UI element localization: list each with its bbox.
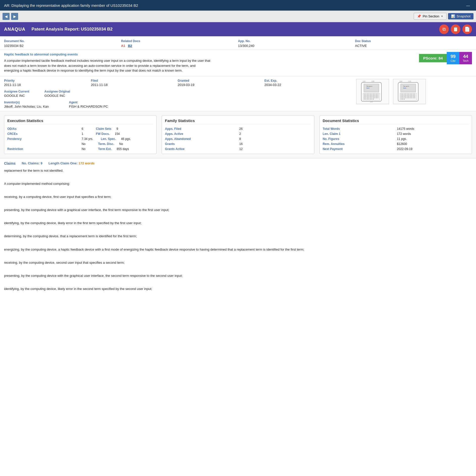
execution-stats-card: Execution Statistics OD/As 6 Claim Sets … [4,115,157,154]
abstract-text: A computer-implemented tactile feedback … [4,58,211,73]
pin-section-label: Pin Section [423,14,439,18]
svg-point-50 [369,99,369,100]
grants-value: 16 [239,142,311,146]
filed-value: 2011-11-18 [91,83,177,87]
svg-point-62 [401,94,402,95]
svg-point-47 [364,99,365,100]
granted-label: Granted [178,79,264,82]
claim-line-5: receiving, by a computing device, first … [4,194,472,200]
svg-point-94 [404,98,405,98]
claims-header: Claims No. Claims: 9 Length Claim One: 1… [4,161,472,165]
stat-restriction-value: No [82,147,85,151]
cite-badge: 99 Cite [447,52,459,64]
pin-section-button[interactable]: 📌 Pin Section ▼ [414,13,447,20]
svg-point-28 [366,96,366,97]
minimize-btn[interactable]: — [464,3,472,8]
svg-point-100 [413,98,414,98]
svg-point-97 [408,98,409,98]
no-figures-label: No. Figures [323,137,395,141]
related-docs-value: A1 B2 [121,44,238,48]
stat-claimsets-label: Claim Sets [96,127,111,131]
svg-point-88 [410,96,411,97]
a1-link[interactable]: A1 [121,44,125,48]
svg-point-66 [407,94,408,95]
agent-value: FISH & RICHARDSON PC [69,105,108,108]
claim-line-4 [4,188,472,193]
svg-point-91 [414,96,415,97]
svg-point-87 [408,96,409,97]
stat-crces-value: 1 [82,132,83,136]
svg-point-41 [370,98,371,98]
tech-label: Tech [462,59,469,62]
svg-point-102 [401,99,402,100]
forward-button[interactable]: ▶ [11,13,18,20]
svg-point-7 [364,94,365,95]
svg-point-42 [372,98,372,98]
svg-point-76 [407,95,408,96]
claim-line-17: presenting, by the computing device with… [4,273,472,279]
svg-point-83 [402,96,403,97]
svg-point-78 [410,95,411,96]
svg-point-72 [401,95,402,96]
svg-point-98 [410,98,411,98]
stat-termdisc-label: Term. Disc. [98,142,114,146]
doc-no-col: Document No. 10235034 B2 [4,39,121,48]
title-bar-controls: — [464,3,472,8]
claim-line-9: identifying, by the computing device, li… [4,220,472,226]
stat-termext-value: 855 days [117,147,129,151]
granted-value: 2019-03-19 [178,83,264,87]
stat-odas-label: OD/As [7,127,79,131]
back-button[interactable]: ◀ [3,13,10,20]
abstract-title: Haptic feedback to abnormal computing ev… [4,52,472,56]
apps-active-value: 2 [239,132,311,136]
pscore-area: PScore: 84 99 Cite 44 Tech [419,52,472,64]
no-figures-value: 11 pgs. [397,137,469,141]
svg-point-80 [413,95,414,96]
stat-pendency-value: 7.34 yrs. [82,137,93,141]
doc-status-label: Doc Status [355,39,472,43]
no-claims-label: No. Claims: [22,161,40,165]
device-image-2: 104 110 The rain in Spain [393,79,426,104]
app-no-col: App. No. 13/300,240 [238,39,355,48]
svg-point-19 [367,95,368,96]
b2-link[interactable]: B2 [128,44,132,48]
svg-point-79 [411,95,412,96]
est-exp-label: Est. Exp. [264,79,351,82]
claims-text: replacement for the term is not identifi… [4,168,472,292]
svg-point-64 [404,94,405,95]
header-bar: ANAQUA Patent Analysis Report: US1023503… [0,22,476,36]
execution-stats-grid: OD/As 6 Claim Sets 9 CRCEs 1 FW Docs. 15… [7,127,153,151]
svg-point-31 [370,96,371,97]
next-payment-label: Next Payment [323,147,395,151]
svg-point-24 [375,95,375,96]
svg-point-51 [370,99,371,100]
agent-label: Agent [69,101,108,104]
svg-point-85 [405,96,406,97]
svg-text:104: 104 [399,80,402,82]
document-stats-title: Document Statistics [323,118,469,125]
svg-text:Spain: Spain [366,87,370,89]
svg-point-74 [404,95,405,96]
device-svg-2: 104 110 The rain in Spain [394,79,425,103]
svg-point-69 [411,94,412,95]
svg-point-34 [375,96,375,97]
svg-point-71 [414,94,415,95]
stat-termext-label: Term Ext. [98,147,112,151]
stat-restriction-label: Restriction [7,147,79,151]
est-exp-group: Est. Exp. 2034-03-22 [264,79,351,87]
granted-group: Granted 2019-03-19 [178,79,264,87]
apps-filed-label: Apps. Filed [165,127,237,131]
tech-badge: 44 Tech [459,52,472,64]
pdf-button[interactable]: 📄 [462,24,472,34]
pin-icon: 📌 [417,14,421,18]
copy-button[interactable]: ⧉ [439,24,449,34]
claims-length-meta: Length Claim One: 172 words [48,161,95,165]
chart-icon: 📊 [451,14,455,18]
patent-details: Priority 2011-11-18 Filed 2011-11-18 Gra… [0,76,476,111]
report-button[interactable]: 📋 [451,24,460,34]
snapshot-button[interactable]: 📊 Snapshot [448,13,473,19]
claim-line-15: receiving, by the computing device, seco… [4,260,472,265]
svg-point-101 [414,98,415,98]
document-stats-grid: Total Words 14175 words Len. Claim 1 172… [323,127,469,151]
apps-active-label: Apps. Active [165,132,237,136]
